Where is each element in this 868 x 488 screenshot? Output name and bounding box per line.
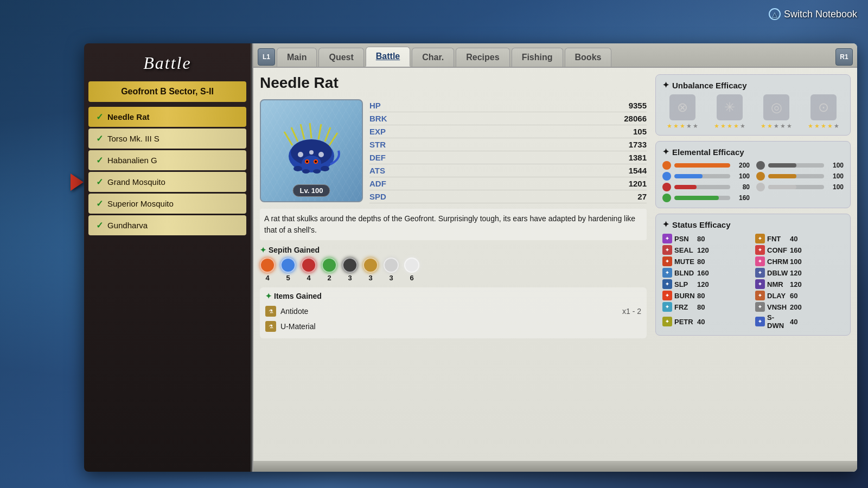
elem-bar-fill [768, 163, 796, 168]
star: ★ [733, 123, 739, 130]
sepith-item: 5 [280, 258, 296, 282]
stat-label: ATS [369, 166, 389, 175]
item-name: Antidote [280, 307, 308, 316]
stat-label: ADF [369, 179, 389, 188]
monster-item-name: Needle Rat [107, 112, 150, 121]
star: ★ [720, 123, 726, 130]
status-value: 120 [697, 280, 709, 288]
unbalance-title-icon: ✦ [662, 80, 669, 90]
status-icon: ✦ [755, 291, 765, 300]
monster-list-item[interactable]: ✓Grand Mosquito [88, 172, 246, 192]
status-label: DLAY [767, 292, 788, 300]
status-value: 40 [790, 235, 797, 243]
check-mark: ✓ [96, 155, 103, 165]
elem-value: 200 [733, 162, 750, 169]
monster-description: A rat that skulks around the depths of t… [260, 209, 647, 240]
status-row: ✦ FRZ 80 [662, 302, 751, 312]
unbalance-icon: ⊗ [669, 94, 695, 120]
monster-item-name: Superior Mosquito [107, 199, 174, 208]
status-icon: ✦ [662, 234, 672, 243]
stat-label: DEF [369, 153, 389, 162]
stat-value: 28066 [393, 114, 647, 123]
status-value: 40 [790, 318, 797, 326]
status-label: SEAL [674, 246, 695, 254]
status-icon: ✦ [755, 256, 765, 266]
status-value: 80 [697, 235, 705, 243]
elem-dot [662, 172, 671, 181]
tab-battle[interactable]: Battle [366, 47, 410, 67]
stat-value: 1381 [393, 153, 647, 162]
monster-list-item[interactable]: ✓Torso Mk. III S [88, 129, 246, 149]
monster-list-item[interactable]: ✓Gundharva [88, 215, 246, 235]
stat-value: 1733 [393, 140, 647, 149]
elemental-section: ✦ Elemental Efficacy 200 100 100 100 [655, 141, 851, 208]
elem-bar-bg [674, 185, 730, 189]
elem-bar-bg [768, 163, 824, 168]
tab-recipes[interactable]: Recipes [456, 48, 509, 67]
unbalance-row: ⊗★★★★★✳★★★★★◎★★★★★⊙★★★★★ [662, 94, 844, 130]
stat-label: BRK [369, 114, 389, 123]
status-label: FRZ [674, 303, 695, 311]
sepith-item: 3 [342, 258, 358, 282]
star: ★ [774, 123, 779, 130]
tab-books[interactable]: Books [565, 48, 612, 67]
status-grid: ✦ PSN 80 ✦ FNT 40 ✦ SEAL 120 ✦ CONF 160 … [662, 234, 844, 330]
sepith-gem [301, 258, 316, 273]
status-icon: ✦ [755, 234, 765, 243]
status-icon: ✦ [662, 268, 672, 278]
status-icon: ✦ [755, 302, 765, 312]
stat-row-adf: ADF1201 [369, 177, 647, 190]
elemental-title: ✦ Elemental Efficacy [662, 147, 844, 157]
sepith-gem [384, 258, 399, 273]
stat-row-str: STR1733 [369, 138, 647, 151]
monster-item-name: Grand Mosquito [107, 177, 165, 187]
tabs-bar: L1 MainQuestBattleChar.RecipesFishingBoo… [253, 43, 857, 68]
item-row: ⚗U-Material [265, 319, 641, 334]
monster-list-item[interactable]: ✓Habanalien G [88, 150, 246, 170]
monster-image-box: Lv. 100 [260, 99, 363, 202]
item-icon: ⚗ [265, 321, 276, 332]
elemental-row: 100 [756, 172, 844, 181]
item-qty: x1 - 2 [622, 307, 641, 316]
sepith-count: 3 [348, 274, 352, 282]
location-header: Geofront B Sector, S-II [88, 81, 246, 102]
tab-char[interactable]: Char. [412, 48, 454, 67]
items-section: ✦ Items Gained ⚗Antidotex1 - 2⚗U-Materia… [260, 287, 647, 338]
elem-bar-bg [768, 174, 824, 178]
status-label: CHRM [767, 258, 788, 266]
monster-info-panel: Needle Rat [260, 74, 647, 454]
items-list: ⚗Antidotex1 - 2⚗U-Material [265, 304, 641, 334]
tab-quest[interactable]: Quest [318, 48, 363, 67]
monster-list-item[interactable]: ✓Superior Mosquito [88, 194, 246, 214]
l1-button[interactable]: L1 [258, 48, 275, 66]
elemental-row: 200 [662, 161, 750, 170]
elem-value: 100 [733, 172, 750, 180]
svg-point-9 [298, 152, 303, 157]
elem-bar-bg [674, 196, 730, 200]
elemental-row: 80 [662, 183, 750, 191]
status-icon: ✦ [662, 317, 672, 326]
tab-fishing[interactable]: Fishing [512, 48, 563, 67]
star: ★ [767, 123, 773, 130]
status-row: ✦ DBLW 120 [755, 268, 844, 278]
status-title: ✦ Status Efficacy [662, 220, 844, 229]
sepith-gem [280, 258, 296, 273]
notebook-bottom [253, 461, 857, 472]
notebook: Battle Geofront B Sector, S-II ✓Needle R… [84, 43, 857, 472]
stat-value: 9355 [393, 101, 647, 110]
switch-notebook-label: Switch Notebook [784, 9, 857, 20]
elem-bar-fill [674, 196, 719, 200]
monster-list-item[interactable]: ✓Needle Rat [88, 107, 246, 127]
tab-main[interactable]: Main [277, 48, 317, 67]
switch-notebook-button[interactable]: △ Switch Notebook [769, 8, 857, 20]
elemental-grid: 200 100 100 100 80 100 160 [662, 161, 844, 202]
r1-button[interactable]: R1 [835, 48, 853, 66]
status-row: ✦ FNT 40 [755, 234, 844, 243]
elemental-row: 160 [662, 194, 750, 202]
status-value: 120 [790, 280, 802, 288]
status-value: 100 [790, 258, 802, 266]
status-row: ✦ MUTE 80 [662, 256, 751, 266]
stat-value: 27 [393, 192, 647, 201]
sepith-item: 4 [301, 258, 316, 282]
unbalance-item: ⊗★★★★★ [667, 94, 698, 130]
